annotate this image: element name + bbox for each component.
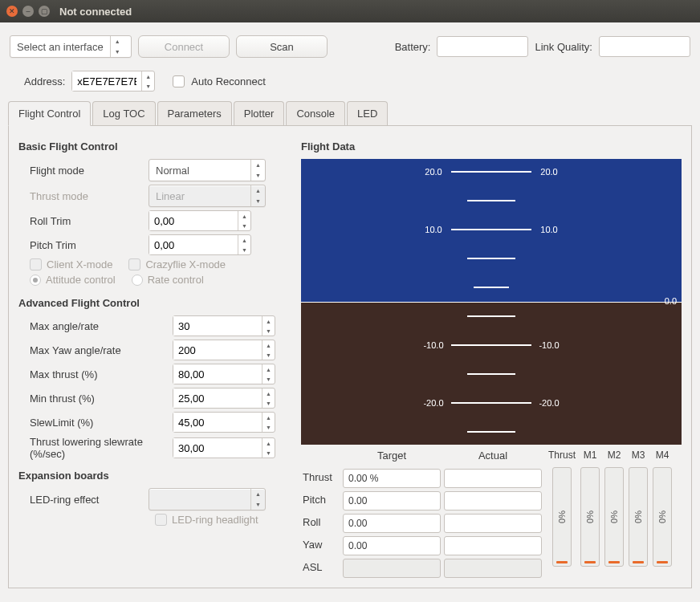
gauge-m1-value: 0% <box>585 510 595 523</box>
stepper-arrows-icon[interactable]: ▲▼ <box>238 211 250 230</box>
max-thrust-input[interactable] <box>173 364 262 384</box>
interface-select[interactable]: Select an interface ▲▼ <box>10 35 132 58</box>
address-label: Address: <box>24 75 65 87</box>
scan-button[interactable]: Scan <box>236 35 328 58</box>
thrust-slewrate-input[interactable] <box>173 438 262 458</box>
advanced-flight-heading: Advanced Flight Control <box>18 297 291 309</box>
gauge-m2: 0% <box>604 467 624 567</box>
max-thrust-label: Max thrust (%) <box>30 368 166 380</box>
address-row: Address: ▲▼ Auto Reconnect <box>0 66 700 101</box>
pitch-target-field: 0.00 <box>343 491 441 510</box>
stepper-arrows-icon[interactable]: ▲▼ <box>262 413 275 432</box>
gauge-m3-label: M3 <box>632 449 645 466</box>
tick-10: 10.0 <box>416 225 451 234</box>
col-target-header: Target <box>377 449 406 466</box>
flight-mode-select[interactable]: Normal ▲▼ <box>149 159 266 181</box>
pitch-trim-stepper[interactable]: ▲▼ <box>149 234 251 255</box>
tick-20r: 20.0 <box>531 167 567 177</box>
window-title: Not connected <box>59 6 132 18</box>
thrust-slewrate-label: Thrust lowering slewrate (%/sec) <box>30 436 166 460</box>
flight-data-heading: Flight Data <box>301 140 682 153</box>
max-yaw-input[interactable] <box>173 340 262 360</box>
led-effect-select: ▲▼ <box>149 488 266 510</box>
tab-flight-control[interactable]: Flight Control <box>8 101 91 126</box>
slew-limit-input[interactable] <box>173 413 262 432</box>
row-label-pitch: Pitch <box>301 490 340 509</box>
tick-10r: 10.0 <box>531 225 567 234</box>
attitude-control-radio <box>30 275 41 286</box>
tick-n20: -20.0 <box>416 398 451 408</box>
tab-plotter[interactable]: Plotter <box>234 101 285 125</box>
thrust-mode-value: Linear <box>149 190 191 202</box>
max-yaw-stepper[interactable]: ▲▼ <box>173 340 275 360</box>
gauge-m3: 0% <box>629 467 648 567</box>
thrust-slewrate-stepper[interactable]: ▲▼ <box>173 437 275 458</box>
tab-log-toc[interactable]: Log TOC <box>92 101 155 125</box>
rate-control-radio <box>132 275 143 286</box>
col-actual-header: Actual <box>478 449 507 466</box>
connect-button[interactable]: Connect <box>138 35 230 58</box>
roll-trim-label: Roll Trim <box>30 215 142 227</box>
pitch-trim-input[interactable] <box>149 235 238 254</box>
chevron-updown-icon: ▲▼ <box>250 489 265 510</box>
min-thrust-stepper[interactable]: ▲▼ <box>173 388 275 409</box>
rate-control-label: Rate control <box>148 274 204 286</box>
roll-trim-stepper[interactable]: ▲▼ <box>149 210 251 231</box>
auto-reconnect-checkbox[interactable] <box>173 75 185 87</box>
min-thrust-input[interactable] <box>173 388 262 408</box>
horizon-zero: 0.0 <box>665 296 677 306</box>
stepper-arrows-icon[interactable]: ▲▼ <box>262 364 275 384</box>
gauge-m2-value: 0% <box>609 510 619 523</box>
thrust-mode-label: Thrust mode <box>30 190 142 202</box>
max-angle-stepper[interactable]: ▲▼ <box>173 315 275 336</box>
attitude-indicator: 0.0 20.020.0 10.010.0 -10.0-10.0 -20.0-2… <box>301 159 682 445</box>
pitch-trim-label: Pitch Trim <box>30 239 142 251</box>
maximize-icon[interactable]: ▢ <box>39 6 50 17</box>
tick-n10: -10.0 <box>416 340 451 350</box>
slew-limit-stepper[interactable]: ▲▼ <box>173 412 275 433</box>
tab-bar: Flight Control Log TOC Parameters Plotte… <box>8 101 692 126</box>
gauge-thrust-label: Thrust <box>548 449 576 466</box>
slew-limit-label: SlewLimit (%) <box>30 417 166 429</box>
tick-20: 20.0 <box>416 167 451 177</box>
stepper-arrows-icon[interactable]: ▲▼ <box>262 316 275 336</box>
roll-trim-input[interactable] <box>149 211 238 230</box>
top-toolbar: Select an interface ▲▼ Connect Scan Batt… <box>0 22 700 66</box>
client-xmode-label: Client X-mode <box>47 258 112 270</box>
stepper-arrows-icon[interactable]: ▲▼ <box>262 388 275 408</box>
yaw-actual-field <box>444 536 542 555</box>
max-angle-input[interactable] <box>173 316 262 336</box>
tab-console[interactable]: Console <box>286 101 345 125</box>
interface-select-text: Select an interface <box>10 41 110 53</box>
chevron-updown-icon: ▲▼ <box>250 160 265 181</box>
thrust-target-field: 0.00 % <box>343 469 441 488</box>
battery-field <box>437 36 528 57</box>
led-headlight-label: LED-ring headlight <box>172 514 258 526</box>
led-effect-label: LED-ring effect <box>30 494 142 506</box>
flight-data-table: Thrust Pitch Roll Yaw ASL Target 0.00 % … <box>301 449 682 578</box>
row-label-yaw: Yaw <box>301 535 340 554</box>
roll-actual-field <box>444 514 542 533</box>
asl-actual-field <box>444 559 542 578</box>
stepper-arrows-icon[interactable]: ▲▼ <box>262 340 275 360</box>
row-label-roll: Roll <box>301 512 340 531</box>
pitch-actual-field <box>444 491 542 510</box>
stepper-arrows-icon[interactable]: ▲▼ <box>262 438 275 458</box>
thrust-actual-field <box>444 469 542 488</box>
address-input[interactable]: ▲▼ <box>71 71 155 92</box>
led-headlight-checkbox <box>155 514 167 526</box>
stepper-arrows-icon[interactable]: ▲▼ <box>141 71 154 91</box>
max-thrust-stepper[interactable]: ▲▼ <box>173 364 275 384</box>
flight-control-panel: Basic Flight Control Flight mode Normal … <box>8 126 692 588</box>
asl-target-field <box>343 559 441 578</box>
tab-led[interactable]: LED <box>347 101 388 125</box>
gauge-m4-label: M4 <box>656 449 669 466</box>
address-input-field[interactable] <box>72 71 141 91</box>
close-icon[interactable]: ✕ <box>6 6 18 17</box>
pitch-ladder: 20.020.0 10.010.0 -10.0-10.0 -20.0-20.0 <box>416 159 567 445</box>
row-label-asl: ASL <box>301 557 340 576</box>
minimize-icon[interactable]: – <box>22 6 34 17</box>
gauge-thrust-value: 0% <box>557 510 567 523</box>
stepper-arrows-icon[interactable]: ▲▼ <box>238 235 250 254</box>
tab-parameters[interactable]: Parameters <box>157 101 232 125</box>
